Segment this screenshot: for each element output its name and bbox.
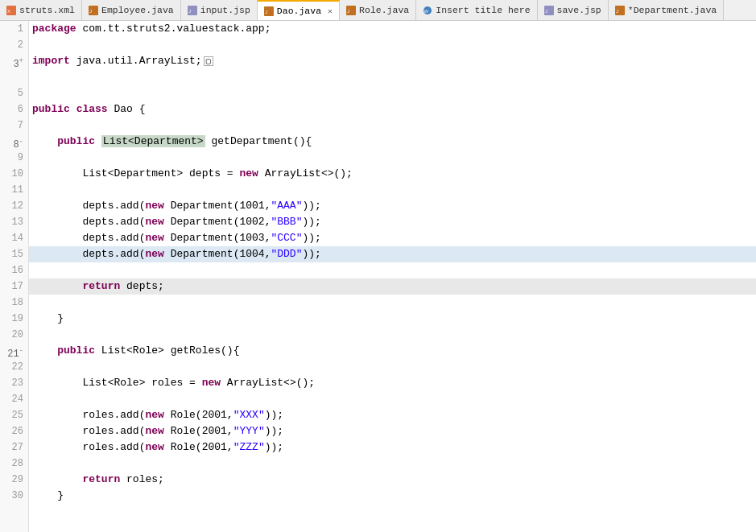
code-text-19: } xyxy=(29,311,64,327)
code-line-29: return roles; xyxy=(29,472,756,488)
tab-label: Dao.java xyxy=(277,6,321,16)
svg-text:J: J xyxy=(616,9,618,14)
tab-input-jsp[interactable]: J input.jsp xyxy=(181,0,258,20)
code-line-23: List<Role> roles = new ArrayList<>(); xyxy=(29,375,756,391)
tab-label: Insert title here xyxy=(436,5,530,15)
svg-text:X: X xyxy=(7,9,10,14)
code-text-10: List<Department> depts = new ArrayList<>… xyxy=(29,166,353,182)
code-text-26: roles.add(new Role(2001,"YYY")); xyxy=(29,423,283,439)
line-num-22: 22 xyxy=(0,359,28,375)
line-num-17: 17 xyxy=(0,278,28,295)
line-num-14: 14 xyxy=(0,230,28,246)
code-line-11 xyxy=(29,182,756,198)
tab-label: Role.java xyxy=(359,5,409,15)
tab-bar: X struts.xml J Employee.java J input.jsp… xyxy=(0,0,756,21)
code-text-21: public List<Role> getRoles(){ xyxy=(29,343,239,359)
line-num-26: 26 xyxy=(0,423,28,439)
line-num-15: 15 xyxy=(0,246,28,262)
code-line-25: roles.add(new Role(2001,"XXX")); xyxy=(29,407,756,423)
line-num-13: 13 xyxy=(0,214,28,230)
svg-text:J: J xyxy=(89,9,92,14)
tab-close-icon[interactable]: ✕ xyxy=(328,6,333,16)
xml-icon: X xyxy=(6,6,16,15)
java-icon-dept: J xyxy=(615,6,625,15)
tab-label: *Department.java xyxy=(628,5,717,15)
code-line-15: depts.add(new Department(1004,"DDD")); xyxy=(29,246,756,262)
line-num-7: 7 xyxy=(0,118,28,134)
code-line-12: depts.add(new Department(1001,"AAA")); xyxy=(29,198,756,214)
code-text-15: depts.add(new Department(1004,"DDD")); xyxy=(29,246,321,262)
line-num-27: 27 xyxy=(0,439,28,456)
tab-dao-java[interactable]: J Dao.java ✕ xyxy=(258,0,340,20)
line-num-12: 12 xyxy=(0,198,28,214)
tab-insert-title[interactable]: W Insert title here xyxy=(416,0,537,20)
web-icon: W xyxy=(423,6,432,15)
code-text-30: } xyxy=(29,488,64,504)
java-icon: J xyxy=(89,6,98,15)
line-num-1: 1 xyxy=(0,21,28,37)
line-numbers: 1 2 3+ 5 6 7 8- 9 10 11 12 13 14 15 16 1… xyxy=(0,21,29,532)
code-area: 1 2 3+ 5 6 7 8- 9 10 11 12 13 14 15 16 1… xyxy=(0,21,756,532)
code-text-27: roles.add(new Role(2001,"ZZZ")); xyxy=(29,439,283,456)
code-line-27: roles.add(new Role(2001,"ZZZ")); xyxy=(29,439,756,456)
code-line-1: package com.tt.struts2.valuestack.app; xyxy=(29,21,756,37)
line-num-8: 8- xyxy=(0,134,28,150)
line-num-24: 24 xyxy=(0,391,28,407)
line-num-9: 9 xyxy=(0,150,28,166)
tab-label: struts.xml xyxy=(19,5,75,15)
tab-employee-java[interactable]: J Employee.java xyxy=(82,0,181,20)
code-line-7 xyxy=(29,118,756,134)
code-line-21: public List<Role> getRoles(){ xyxy=(29,343,756,359)
code-editor[interactable]: package com.tt.struts2.valuestack.app; i… xyxy=(29,21,756,532)
svg-text:J: J xyxy=(265,10,267,14)
tab-department-java[interactable]: J *Department.java xyxy=(609,0,724,20)
line-num-11: 11 xyxy=(0,182,28,198)
tab-struts-xml[interactable]: X struts.xml xyxy=(0,0,82,20)
code-text-12: depts.add(new Department(1001,"AAA")); xyxy=(29,198,321,214)
code-line-2 xyxy=(29,37,756,53)
tab-label: input.jsp xyxy=(200,5,250,15)
line-num-18: 18 xyxy=(0,295,28,311)
svg-text:W: W xyxy=(424,9,429,14)
code-line-19: } xyxy=(29,311,756,327)
code-line-9 xyxy=(29,150,756,166)
tab-save-jsp[interactable]: J save.jsp xyxy=(538,0,609,20)
code-text-29: return roles; xyxy=(29,472,164,488)
line-num-30: 30 xyxy=(0,488,28,504)
code-line-30: } xyxy=(29,488,756,504)
line-num-21: 21- xyxy=(0,343,28,359)
code-line-13: depts.add(new Department(1002,"BBB")); xyxy=(29,214,756,230)
line-num-16: 16 xyxy=(0,262,28,278)
svg-text:J: J xyxy=(188,9,191,14)
code-text-13: depts.add(new Department(1002,"BBB")); xyxy=(29,214,321,230)
line-num-4 xyxy=(0,69,28,85)
code-text-14: depts.add(new Department(1003,"CCC")); xyxy=(29,230,321,246)
line-num-6: 6 xyxy=(0,101,28,118)
code-text-8: public List<Department> getDepartment(){ xyxy=(29,134,312,150)
code-line-3: import java.util.ArrayList;▢ xyxy=(29,53,756,69)
code-line-14: depts.add(new Department(1003,"CCC")); xyxy=(29,230,756,246)
code-text-6: public class Dao { xyxy=(29,101,145,118)
line-num-29: 29 xyxy=(0,472,28,488)
line-num-20: 20 xyxy=(0,327,28,343)
code-text-25: roles.add(new Role(2001,"XXX")); xyxy=(29,407,283,423)
code-line-16 xyxy=(29,262,756,278)
svg-text:J: J xyxy=(347,9,349,14)
code-line-22 xyxy=(29,359,756,375)
code-line-5 xyxy=(29,85,756,101)
code-line-26: roles.add(new Role(2001,"YYY")); xyxy=(29,423,756,439)
jsp-icon-save: J xyxy=(544,6,554,15)
svg-text:J: J xyxy=(545,9,547,14)
line-num-28: 28 xyxy=(0,456,28,472)
code-line-28 xyxy=(29,456,756,472)
java-icon-active: J xyxy=(264,6,274,16)
line-num-5: 5 xyxy=(0,85,28,101)
code-line-6: public class Dao { xyxy=(29,101,756,118)
code-line-24 xyxy=(29,391,756,407)
code-line-8: public List<Department> getDepartment(){ xyxy=(29,134,756,150)
code-line-10: List<Department> depts = new ArrayList<>… xyxy=(29,166,756,182)
line-num-23: 23 xyxy=(0,375,28,391)
line-num-2: 2 xyxy=(0,37,28,53)
code-line-17: return depts; xyxy=(29,278,756,295)
tab-role-java[interactable]: J Role.java xyxy=(340,0,416,20)
